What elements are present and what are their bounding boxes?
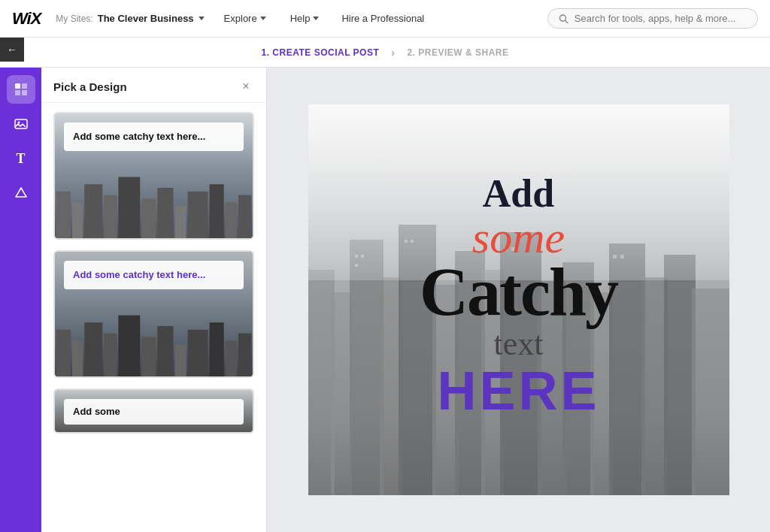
card-1-text: Add some catchy text here...: [73, 130, 235, 144]
my-sites-selector[interactable]: My Sites: The Clever Business: [56, 13, 204, 24]
svg-rect-27: [174, 344, 186, 376]
svg-rect-31: [238, 333, 251, 376]
panel-title: Pick a Design: [53, 80, 127, 93]
sidebar-icon-text[interactable]: T: [7, 144, 35, 173]
design-card-1[interactable]: Add some catchy text here...: [53, 112, 254, 240]
card-2-text: Add some catchy text here...: [73, 268, 235, 282]
sidebar-icon-image[interactable]: [7, 110, 35, 138]
card-2-overlay: Add some catchy text here...: [64, 261, 244, 289]
wix-logo: WiX: [12, 9, 41, 29]
svg-rect-28: [188, 330, 208, 376]
sidebar-icon-design[interactable]: [7, 75, 35, 104]
preview-graphic: Add some Catchy text HERE: [308, 104, 729, 495]
search-bar[interactable]: [547, 8, 758, 29]
design-card-2[interactable]: Add some catchy text here...: [53, 250, 254, 378]
back-arrow-icon: ←: [7, 44, 17, 56]
step-arrow: ›: [391, 47, 395, 59]
back-arrow-button[interactable]: ←: [0, 38, 24, 62]
svg-rect-14: [157, 188, 173, 238]
svg-rect-13: [141, 198, 156, 238]
svg-rect-24: [118, 315, 140, 376]
step-2-label[interactable]: 2. PREVIEW & SHARE: [407, 47, 508, 58]
svg-rect-19: [238, 195, 251, 238]
svg-rect-23: [104, 333, 117, 376]
svg-rect-12: [118, 177, 140, 238]
preview-line-text: text: [329, 324, 708, 364]
current-site-name: The Clever Business: [98, 13, 194, 24]
svg-rect-26: [157, 326, 173, 376]
preview-area: Add some Catchy text HERE: [267, 68, 770, 532]
panel-scroll-area[interactable]: Add some catchy text here...: [41, 103, 266, 532]
svg-rect-20: [56, 330, 71, 376]
svg-rect-8: [56, 192, 71, 238]
card-3-overlay: Add some: [64, 399, 244, 425]
svg-rect-21: [72, 340, 83, 376]
city-silhouette-2: [55, 308, 253, 376]
step-bar: 1. CREATE SOCIAL POST › 2. PREVIEW & SHA…: [0, 38, 770, 68]
search-input[interactable]: [574, 13, 747, 24]
preview-line-add: Add: [329, 172, 708, 215]
svg-rect-4: [15, 90, 20, 95]
help-nav-item[interactable]: Help: [286, 10, 324, 27]
panel-header: Pick a Design ×: [41, 68, 266, 103]
preview-line-catchy: Catchy: [329, 260, 708, 325]
image-icon: [14, 116, 29, 131]
card-3-text: Add some: [73, 405, 235, 419]
svg-point-7: [17, 122, 20, 124]
svg-rect-5: [22, 90, 27, 95]
top-navigation: WiX My Sites: The Clever Business Explor…: [0, 0, 770, 38]
city-silhouette-1: [55, 170, 253, 238]
svg-rect-2: [15, 83, 20, 89]
svg-line-1: [565, 20, 568, 23]
design-panel: Pick a Design × Add some catchy text her…: [41, 68, 267, 532]
preview-text-container: Add some Catchy text HERE: [329, 172, 708, 418]
svg-rect-3: [22, 83, 27, 89]
hire-professional-link[interactable]: Hire a Professional: [341, 13, 424, 24]
svg-rect-9: [72, 202, 83, 238]
explore-chevron: [260, 17, 266, 20]
svg-rect-29: [209, 322, 223, 376]
design-icon: [14, 82, 29, 97]
preview-line-here: HERE: [329, 364, 708, 418]
step-1-label[interactable]: 1. CREATE SOCIAL POST: [262, 47, 380, 58]
panel-close-button[interactable]: ×: [238, 78, 254, 95]
help-label: Help: [290, 13, 311, 24]
svg-rect-25: [141, 337, 156, 376]
site-dropdown-chevron: [199, 17, 205, 20]
svg-rect-10: [84, 184, 102, 238]
explore-label: Explore: [224, 13, 257, 24]
help-chevron: [313, 17, 319, 20]
shapes-icon: [14, 186, 29, 201]
text-icon: T: [16, 151, 25, 167]
svg-rect-11: [104, 195, 117, 238]
explore-nav-item[interactable]: Explore: [220, 10, 271, 27]
card-1-overlay: Add some catchy text here...: [64, 122, 244, 151]
svg-rect-16: [188, 192, 208, 238]
svg-rect-30: [226, 340, 237, 376]
main-layout: T Pick a Design × Add some catchy text h…: [0, 68, 770, 532]
preview-line-some: some: [329, 215, 708, 260]
sidebar-icon-shapes[interactable]: [7, 179, 35, 207]
svg-rect-18: [226, 202, 237, 238]
search-icon: [559, 14, 568, 24]
my-sites-label: My Sites:: [56, 14, 92, 24]
design-card-3[interactable]: Add some: [53, 388, 254, 434]
icon-sidebar: T: [0, 68, 41, 532]
svg-rect-22: [84, 322, 102, 376]
svg-rect-17: [209, 184, 223, 238]
svg-rect-15: [174, 206, 186, 238]
